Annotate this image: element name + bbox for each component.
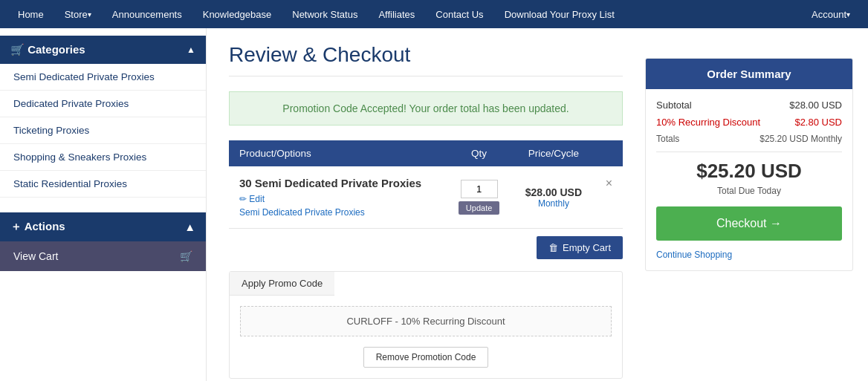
product-name: 30 Semi Dedicated Private Proxies bbox=[239, 177, 435, 189]
total-amount: $25.20 USD bbox=[656, 160, 842, 183]
page-title: Review & Checkout bbox=[229, 43, 623, 76]
nav-network-status[interactable]: Network Status bbox=[282, 0, 368, 28]
nav-store[interactable]: Store bbox=[54, 0, 102, 28]
sidebar-item-shopping-sneakers[interactable]: Shopping & Sneakers Proxies bbox=[0, 144, 206, 171]
sidebar-item-ticketing[interactable]: Ticketing Proxies bbox=[0, 117, 206, 144]
order-summary-header: Order Summary bbox=[646, 59, 852, 89]
update-button[interactable]: Update bbox=[459, 201, 499, 215]
categories-header[interactable]: 🛒 Categories ▲ bbox=[0, 36, 206, 64]
trash-icon: 🗑 bbox=[548, 242, 558, 253]
order-summary: Order Summary Subtotal $28.00 USD 10% Re… bbox=[645, 58, 853, 271]
shopping-cart-icon: 🛒 bbox=[180, 250, 192, 262]
totals-label: Totals bbox=[656, 134, 679, 144]
empty-cart-button[interactable]: 🗑 Empty Cart bbox=[537, 236, 623, 259]
nav-download-proxy-list[interactable]: Download Your Proxy List bbox=[494, 0, 625, 28]
nav-affiliates[interactable]: Affiliates bbox=[368, 0, 425, 28]
plus-icon: ＋ bbox=[10, 220, 22, 232]
apply-promo-tab[interactable]: Apply Promo Code bbox=[230, 272, 334, 296]
edit-link[interactable]: ✏ Edit bbox=[239, 194, 265, 204]
empty-cart-label: Empty Cart bbox=[563, 242, 611, 253]
actions-label: Actions bbox=[25, 220, 65, 232]
summary-subtotal-row: Subtotal $28.00 USD bbox=[656, 100, 842, 111]
categories-label: Categories bbox=[27, 43, 85, 56]
col-product: Product/Options bbox=[229, 140, 446, 166]
summary-discount-row: 10% Recurring Discount $2.80 USD bbox=[656, 117, 842, 128]
right-panel: Order Summary Subtotal $28.00 USD 10% Re… bbox=[645, 28, 868, 381]
sidebar-item-static-residential[interactable]: Static Residential Proxies bbox=[0, 171, 206, 198]
checkout-button[interactable]: Checkout → bbox=[656, 206, 842, 241]
remove-item-button[interactable]: × bbox=[606, 177, 612, 190]
nav-contact-us[interactable]: Contact Us bbox=[425, 0, 493, 28]
top-navigation: Home Store Announcements Knowledgebase N… bbox=[0, 0, 868, 28]
col-qty: Qty bbox=[446, 140, 512, 166]
actions-header[interactable]: ＋ Actions ▲ bbox=[0, 212, 206, 241]
table-row: 30 Semi Dedicated Private Proxies ✏ Edit… bbox=[229, 166, 623, 229]
col-price: Price/Cycle bbox=[512, 140, 595, 166]
total-due-label: Total Due Today bbox=[656, 186, 842, 196]
promo-section: Apply Promo Code CURLOFF - 10% Recurring… bbox=[229, 271, 623, 379]
discount-label: 10% Recurring Discount bbox=[656, 117, 760, 128]
qty-input[interactable] bbox=[461, 180, 498, 198]
discount-value: $2.80 USD bbox=[794, 117, 842, 128]
sidebar: 🛒 Categories ▲ Semi Dedicated Private Pr… bbox=[0, 28, 207, 381]
nav-home[interactable]: Home bbox=[7, 0, 54, 28]
nav-account[interactable]: Account bbox=[801, 0, 861, 28]
sidebar-item-semi-dedicated[interactable]: Semi Dedicated Private Proxies bbox=[0, 64, 206, 91]
price-amount: $28.00 USD bbox=[522, 186, 584, 198]
summary-totals-row: Totals $25.20 USD Monthly bbox=[656, 134, 842, 144]
totals-value: $25.20 USD Monthly bbox=[760, 134, 842, 144]
view-cart-label: View Cart bbox=[13, 250, 58, 262]
product-subcategory: Semi Dedicated Private Proxies bbox=[239, 207, 435, 218]
actions-chevron-icon: ▲ bbox=[184, 221, 195, 233]
subtotal-label: Subtotal bbox=[656, 100, 692, 111]
subtotal-value: $28.00 USD bbox=[789, 100, 842, 111]
cart-actions-row: 🗑 Empty Cart bbox=[229, 236, 623, 259]
view-cart-item[interactable]: View Cart 🛒 bbox=[0, 241, 206, 271]
sidebar-item-dedicated[interactable]: Dedicated Private Proxies bbox=[0, 91, 206, 117]
continue-shopping-link[interactable]: Continue Shopping bbox=[656, 250, 732, 260]
categories-chevron-icon: ▲ bbox=[187, 45, 195, 55]
nav-announcements[interactable]: Announcements bbox=[102, 0, 192, 28]
cart-icon: 🛒 bbox=[10, 43, 25, 56]
remove-promo-button[interactable]: Remove Promotion Code bbox=[363, 347, 489, 368]
promo-code-display: CURLOFF - 10% Recurring Discount bbox=[240, 306, 612, 336]
main-content: Review & Checkout Promotion Code Accepte… bbox=[207, 28, 645, 381]
promo-banner: Promotion Code Accepted! Your order tota… bbox=[229, 91, 623, 126]
cart-table: Product/Options Qty Price/Cycle 30 Semi … bbox=[229, 140, 623, 229]
nav-knowledgebase[interactable]: Knowledgebase bbox=[192, 0, 282, 28]
price-cycle: Monthly bbox=[522, 198, 584, 209]
